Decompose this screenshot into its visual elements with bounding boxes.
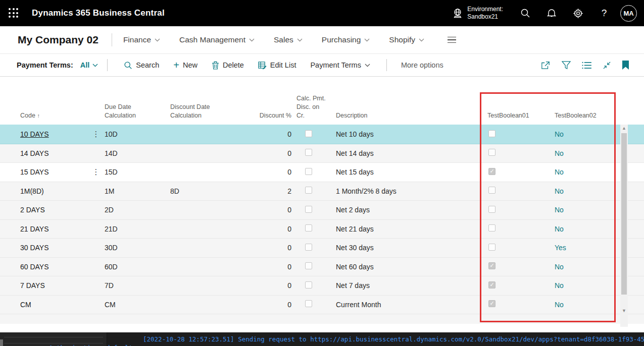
collapse-icon[interactable] [603,61,611,70]
testboolean01-checkbox[interactable] [488,187,496,194]
cell-description[interactable]: Current Month [336,301,487,309]
cell-calc-pmt-disc[interactable] [296,187,336,195]
testboolean01-checkbox[interactable] [488,262,496,269]
cell-testboolean01[interactable] [487,262,555,271]
cell-description[interactable]: Net 7 days [336,281,487,290]
column-header-calc-pmt-disc[interactable]: Calc. Pmt. Disc. on Cr. [296,94,336,120]
more-options-button[interactable]: More options [401,61,443,69]
cell-description[interactable]: Net 15 days [336,168,487,176]
cell-testboolean01[interactable] [487,224,555,233]
cell-due-date-calculation[interactable]: 30D [105,244,170,252]
nav-item-cash-management[interactable]: Cash Management [179,35,255,44]
cell-testboolean01[interactable] [487,187,555,195]
cell-discount-pct[interactable]: 0 [236,130,296,138]
cell-calc-pmt-disc[interactable] [296,262,336,271]
notifications-bell-icon[interactable] [538,0,565,26]
row-menu-icon[interactable]: ⋮ [87,167,105,177]
environment-indicator[interactable]: Environment: Sandbox21 [452,6,503,21]
calc-pmt-checkbox[interactable] [305,300,312,307]
column-header-testboolean02[interactable]: TestBoolean02 [555,111,615,120]
row-menu-icon[interactable]: ⋮ [87,130,105,139]
cell-description[interactable]: Net 60 days [336,263,487,271]
cell-due-date-calculation[interactable]: 21D [105,225,170,233]
calc-pmt-checkbox[interactable] [305,130,312,137]
list-view-icon[interactable] [582,62,591,69]
cell-calc-pmt-disc[interactable] [296,149,336,157]
calc-pmt-checkbox[interactable] [305,206,312,213]
cell-testboolean01[interactable] [487,300,555,309]
cell-due-date-calculation[interactable]: 14D [105,149,170,157]
testboolean01-checkbox[interactable] [488,224,496,232]
cell-testboolean02[interactable]: No [555,187,615,195]
cell-testboolean02[interactable]: No [555,301,615,309]
table-row[interactable]: 60 DAYS 60D 0 Net 60 days No [0,257,644,276]
cell-due-date-calculation[interactable]: 7D [105,281,170,290]
cell-testboolean01[interactable] [487,206,555,214]
cell-description[interactable]: Net 10 days [336,130,487,138]
cell-code[interactable]: 2 DAYS [20,206,87,214]
cell-description[interactable]: Net 30 days [336,244,487,252]
cell-testboolean01[interactable] [487,130,555,139]
avatar[interactable]: MA [620,5,637,22]
cell-calc-pmt-disc[interactable] [296,300,336,309]
cell-testboolean02[interactable]: Yes [555,244,615,252]
testboolean01-checkbox[interactable] [488,168,496,175]
testboolean01-checkbox[interactable] [488,206,496,213]
cell-calc-pmt-disc[interactable] [296,130,336,139]
cell-discount-pct[interactable]: 0 [236,244,296,252]
cell-testboolean02[interactable]: No [555,130,615,138]
cell-testboolean02[interactable]: No [555,281,615,290]
page-menu-payment-terms[interactable]: Payment Terms [310,61,370,69]
table-row[interactable]: 30 DAYS 30D 0 Net 30 days Yes [0,238,644,257]
filter-icon[interactable] [562,61,571,70]
nav-item-shopify[interactable]: Shopify [389,35,424,44]
share-icon[interactable] [540,61,551,70]
cell-discount-pct[interactable]: 0 [236,206,296,214]
testboolean01-checkbox[interactable] [488,244,496,251]
cell-code[interactable]: 15 DAYS [20,168,87,176]
cell-discount-pct[interactable]: 0 [236,225,296,233]
nav-item-finance[interactable]: Finance [123,35,160,44]
cell-calc-pmt-disc[interactable] [296,244,336,252]
cell-code[interactable]: 14 DAYS [20,149,87,157]
cell-testboolean02[interactable]: No [555,168,615,176]
cell-description[interactable]: Net 21 days [336,225,487,233]
table-row[interactable]: 2 DAYS 2D 0 Net 2 days No [0,200,644,219]
calc-pmt-checkbox[interactable] [305,281,312,289]
nav-item-sales[interactable]: Sales [274,35,303,44]
column-header-testboolean01[interactable]: TestBoolean01 [487,111,555,120]
more-sections-icon[interactable] [448,37,456,43]
search-icon[interactable] [512,0,538,26]
cell-testboolean02[interactable]: No [555,206,615,214]
cell-discount-pct[interactable]: 0 [236,263,296,271]
table-row[interactable]: 7 DAYS 7D 0 Net 7 days No [0,276,644,295]
cell-due-date-calculation[interactable]: 15D [105,168,170,176]
settings-gear-icon[interactable] [565,0,591,26]
testboolean01-checkbox[interactable] [488,149,496,156]
column-header-due-date-calculation[interactable]: Due Date Calculation [105,103,170,120]
calc-pmt-checkbox[interactable] [305,187,312,194]
calc-pmt-checkbox[interactable] [305,262,312,269]
cell-testboolean01[interactable] [487,168,555,177]
cell-discount-pct[interactable]: 0 [236,281,296,290]
nav-item-purchasing[interactable]: Purchasing [322,35,370,44]
cell-code[interactable]: 1M(8D) [20,187,87,195]
cell-testboolean02[interactable]: No [555,149,615,157]
table-row[interactable]: 15 DAYS ⋮ 15D 0 Net 15 days No [0,162,644,182]
cell-discount-pct[interactable]: 0 [236,301,296,309]
cell-testboolean02[interactable]: No [555,263,615,271]
testboolean01-checkbox[interactable] [488,130,496,137]
scrollbar-thumb[interactable] [621,133,627,295]
vertical-scrollbar[interactable]: ▲ ▼ [620,125,628,327]
cell-code[interactable]: CM [20,301,87,309]
column-header-description[interactable]: Description [336,111,487,120]
help-icon[interactable]: ? [591,0,617,26]
cell-description[interactable]: Net 14 days [336,149,487,157]
calc-pmt-checkbox[interactable] [305,149,312,156]
cell-testboolean01[interactable] [487,281,555,290]
view-filter-all[interactable]: All [80,61,98,69]
cell-testboolean01[interactable] [487,149,555,157]
cell-calc-pmt-disc[interactable] [296,281,336,290]
cell-due-date-calculation[interactable]: CM [105,301,170,309]
cell-discount-pct[interactable]: 2 [236,187,296,195]
